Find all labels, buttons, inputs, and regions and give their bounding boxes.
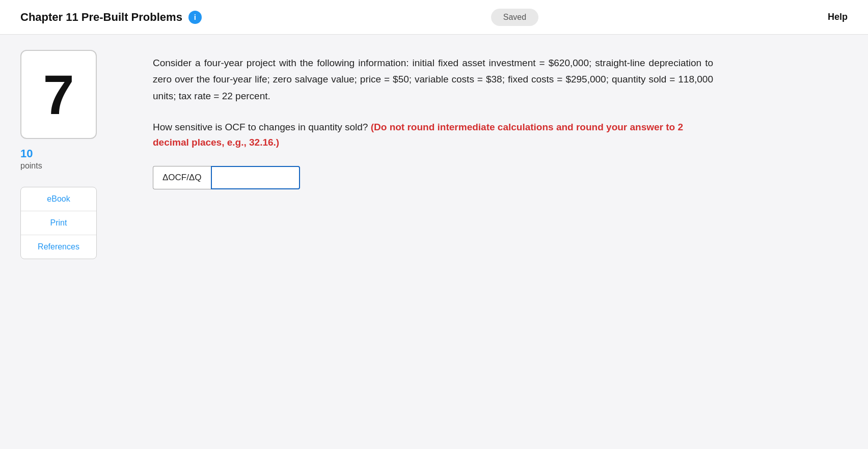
references-button[interactable]: References bbox=[21, 235, 96, 259]
points-label: points bbox=[20, 161, 42, 171]
question-line: How sensitive is OCF to changes in quant… bbox=[153, 120, 713, 151]
page-header: Chapter 11 Pre-Built Problems i Saved He… bbox=[0, 0, 868, 35]
answer-row: ΔOCF/ΔQ bbox=[153, 166, 848, 189]
ebook-button[interactable]: eBook bbox=[21, 187, 96, 211]
question-plain-text: How sensitive is OCF to changes in quant… bbox=[153, 122, 371, 132]
saved-badge: Saved bbox=[491, 9, 538, 26]
question-number-box: 7 bbox=[20, 50, 97, 139]
info-icon[interactable]: i bbox=[188, 11, 202, 24]
question-number: 7 bbox=[43, 67, 74, 123]
print-button[interactable]: Print bbox=[21, 211, 96, 235]
header-left: Chapter 11 Pre-Built Problems i bbox=[20, 11, 202, 24]
answer-label: ΔOCF/ΔQ bbox=[153, 166, 211, 189]
help-button[interactable]: Help bbox=[828, 12, 848, 22]
problem-text: Consider a four-year project with the fo… bbox=[153, 55, 713, 104]
right-panel: Consider a four-year project with the fo… bbox=[122, 50, 848, 259]
points-value: 10 bbox=[20, 147, 33, 160]
main-content: 7 10 points eBook Print References Consi… bbox=[0, 35, 868, 274]
left-panel: 7 10 points eBook Print References bbox=[20, 50, 122, 259]
page-title: Chapter 11 Pre-Built Problems bbox=[20, 11, 182, 24]
answer-input[interactable] bbox=[211, 166, 300, 189]
side-buttons: eBook Print References bbox=[20, 187, 97, 259]
